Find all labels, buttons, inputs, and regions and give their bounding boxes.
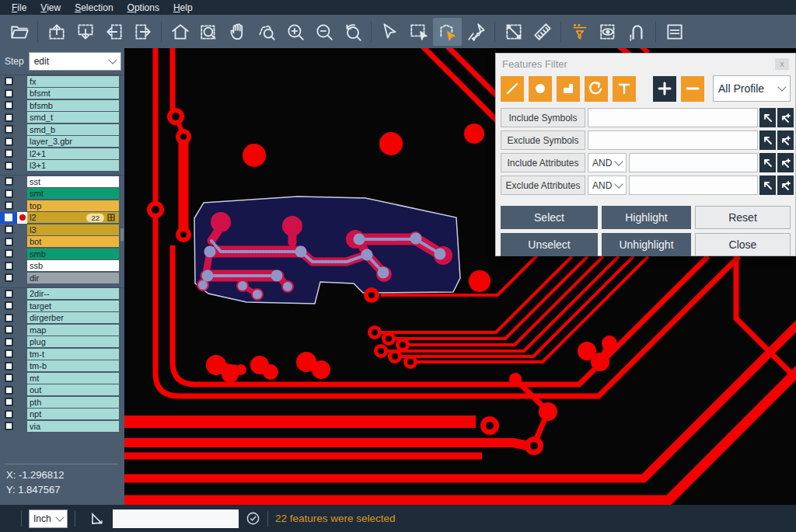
layer-indicator-cell[interactable]: [17, 112, 27, 124]
layer-indicator-cell[interactable]: [17, 360, 27, 373]
pick-add-symbol-icon[interactable]: [777, 130, 794, 150]
layer-indicator-cell[interactable]: [17, 148, 27, 160]
layer-row-fx[interactable]: fx: [0, 75, 124, 88]
layer-indicator-cell[interactable]: [17, 123, 27, 136]
text-shape-icon[interactable]: [613, 76, 636, 102]
layer-indicator-cell[interactable]: [17, 160, 27, 172]
pan-left-icon[interactable]: [100, 18, 128, 46]
layer-visibility-checkbox[interactable]: [0, 272, 17, 284]
layer-visibility-checkbox[interactable]: [0, 200, 17, 212]
close-button[interactable]: Close: [695, 233, 791, 256]
layer-row-via[interactable]: via: [0, 420, 124, 433]
layer-visibility-checkbox[interactable]: [0, 300, 17, 312]
view-profile-icon[interactable]: [594, 18, 623, 46]
layer-row-l3[interactable]: l3: [0, 224, 124, 236]
layer-indicator-cell[interactable]: [17, 396, 27, 409]
profile-dropdown[interactable]: All Profile: [713, 75, 791, 102]
exclude-symbols-button[interactable]: Exclude Symbols: [501, 130, 585, 150]
unselect-button[interactable]: Unselect: [501, 233, 598, 256]
select-button[interactable]: Select: [501, 206, 598, 229]
layer-visibility-checkbox[interactable]: [0, 160, 17, 172]
pick-symbol-icon[interactable]: [759, 130, 776, 150]
layer-visibility-checkbox[interactable]: [0, 236, 17, 249]
layer-row-bfsmt[interactable]: bfsmt: [0, 88, 124, 100]
layer-visibility-checkbox[interactable]: [0, 372, 17, 384]
layer-row-l3+1[interactable]: l3+1: [0, 160, 124, 172]
layer-visibility-checkbox[interactable]: [0, 212, 17, 224]
layer-row-l2+1[interactable]: l2+1: [0, 148, 124, 160]
include-symbols-input[interactable]: [588, 108, 758, 127]
pick-symbol-icon[interactable]: [759, 108, 776, 127]
layer-visibility-checkbox[interactable]: [0, 360, 17, 373]
layer-row-l2[interactable]: l222: [0, 212, 124, 224]
layer-row-mt[interactable]: mt: [0, 372, 124, 384]
layer-indicator-cell[interactable]: [17, 409, 27, 421]
snap-angle-icon[interactable]: [89, 511, 105, 527]
layer-visibility-checkbox[interactable]: [0, 420, 17, 433]
layer-row-map[interactable]: map: [0, 324, 124, 336]
command-input[interactable]: [113, 509, 239, 528]
pan-down-icon[interactable]: [71, 18, 100, 46]
layer-visibility-checkbox[interactable]: [0, 188, 17, 200]
layer-visibility-checkbox[interactable]: [0, 248, 17, 260]
layer-indicator-cell[interactable]: [17, 188, 27, 200]
pad-shape-icon[interactable]: [529, 76, 552, 102]
include-symbols-button[interactable]: Include Symbols: [501, 108, 585, 127]
menu-file[interactable]: File: [5, 1, 33, 15]
zoom-previous-icon[interactable]: [338, 18, 367, 46]
filter-icon[interactable]: [565, 18, 594, 46]
layer-visibility-checkbox[interactable]: [0, 136, 17, 148]
confirm-circle-icon[interactable]: [246, 511, 260, 526]
layer-indicator-cell[interactable]: [17, 300, 27, 312]
step-dropdown[interactable]: edit: [29, 52, 121, 71]
pick-attribute-icon[interactable]: [759, 176, 776, 195]
menu-help[interactable]: Help: [166, 1, 200, 15]
layer-indicator-cell[interactable]: [17, 336, 27, 349]
layer-visibility-checkbox[interactable]: [0, 260, 17, 273]
layer-indicator-cell[interactable]: [17, 372, 27, 384]
layer-visibility-checkbox[interactable]: [0, 396, 17, 409]
unhighlight-button[interactable]: Unhighlight: [602, 233, 691, 256]
layer-row-tm-t[interactable]: tm-t: [0, 348, 124, 360]
line-shape-icon[interactable]: [501, 76, 524, 102]
layer-indicator-cell[interactable]: [17, 348, 27, 360]
layer-visibility-checkbox[interactable]: [0, 148, 17, 160]
zoom-area-icon[interactable]: [194, 18, 223, 46]
layer-row-plug[interactable]: plug: [0, 336, 124, 349]
layer-visibility-checkbox[interactable]: [0, 348, 17, 360]
layer-row-2dir--[interactable]: 2dir--: [0, 288, 124, 301]
exclude-attributes-operator[interactable]: AND: [588, 176, 627, 195]
ruler-icon[interactable]: [528, 18, 557, 46]
layer-row-layer_3.gbr[interactable]: layer_3.gbr: [0, 136, 124, 148]
layer-indicator-cell[interactable]: [17, 260, 27, 273]
layer-indicator-cell[interactable]: [17, 420, 27, 433]
layer-grid-icon[interactable]: [107, 214, 115, 221]
layer-indicator-cell[interactable]: [17, 236, 27, 249]
layer-indicator-cell[interactable]: [17, 248, 27, 260]
exclude-attributes-button[interactable]: Exclude Attributes: [501, 176, 585, 195]
active-layer-indicator[interactable]: [17, 212, 27, 224]
menu-selection[interactable]: Selection: [68, 1, 120, 15]
home-icon[interactable]: [166, 18, 194, 46]
measure-icon[interactable]: [499, 18, 528, 46]
layer-row-top[interactable]: top: [0, 200, 124, 212]
pan-right-icon[interactable]: [128, 18, 157, 46]
rect-select-icon[interactable]: [404, 18, 433, 46]
close-icon[interactable]: x: [775, 58, 789, 70]
sidebar-scroll-grip[interactable]: [120, 228, 124, 241]
include-attributes-input[interactable]: [629, 153, 758, 172]
units-dropdown[interactable]: Inch: [29, 509, 68, 528]
layer-indicator-cell[interactable]: [17, 384, 27, 397]
open-folder-icon[interactable]: [5, 18, 33, 46]
add-mode-button[interactable]: [653, 76, 676, 102]
paint-select-icon[interactable]: [462, 18, 491, 46]
layer-row-ssb[interactable]: ssb: [0, 260, 124, 273]
layer-visibility-checkbox[interactable]: [0, 88, 17, 100]
layer-visibility-checkbox[interactable]: [0, 336, 17, 349]
polygon-select-icon[interactable]: [433, 18, 462, 46]
layer-row-dirgerber[interactable]: dirgerber: [0, 312, 124, 325]
layer-row-smd_b[interactable]: smd_b: [0, 123, 124, 136]
layer-row-dir[interactable]: dir: [0, 272, 124, 284]
layer-visibility-checkbox[interactable]: [0, 409, 17, 421]
layer-indicator-cell[interactable]: [17, 272, 27, 284]
